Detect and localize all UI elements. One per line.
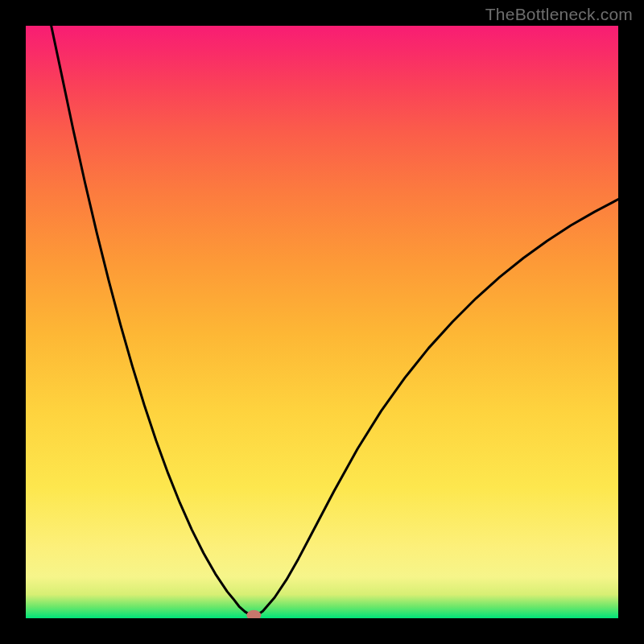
chart-frame: TheBottleneck.com bbox=[0, 0, 644, 644]
watermark-text: TheBottleneck.com bbox=[485, 5, 633, 24]
min-marker bbox=[246, 610, 261, 618]
bottleneck-curve-svg bbox=[26, 26, 618, 618]
plot-area bbox=[26, 26, 618, 618]
bottleneck-curve bbox=[52, 26, 618, 615]
